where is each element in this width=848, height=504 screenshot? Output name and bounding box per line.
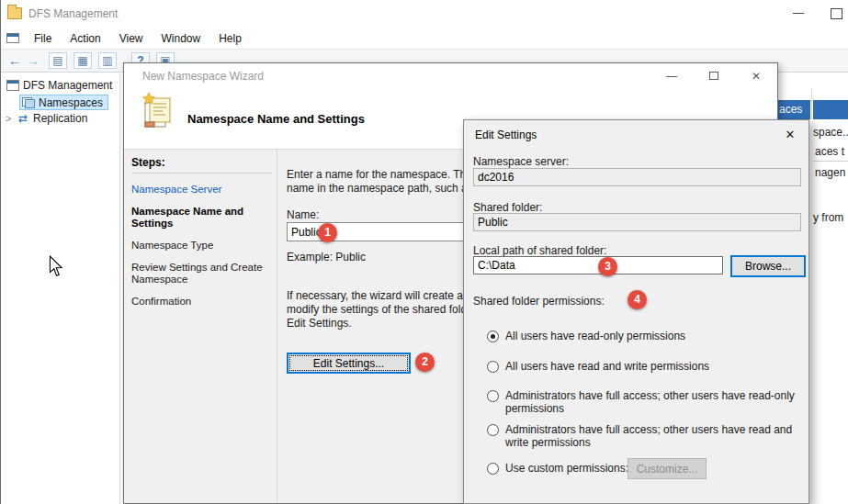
radio-selected-icon[interactable]: [487, 330, 499, 342]
replication-icon: ⇄: [17, 112, 29, 125]
minimize-icon[interactable]: —: [784, 2, 813, 24]
console-window-icon: [6, 33, 19, 43]
customize-button: Customize...: [628, 458, 707, 479]
app-icon: [7, 7, 22, 19]
step-badge-1: 1: [318, 223, 337, 242]
radio-icon[interactable]: [487, 463, 499, 475]
dialog-title: Edit Settings: [475, 129, 537, 141]
console-tree-icon[interactable]: ▦: [73, 52, 92, 69]
truncated-text: space...: [813, 126, 848, 139]
actions-header-highlight: [813, 100, 848, 119]
dialog-close-icon[interactable]: ✕: [779, 124, 801, 146]
step-namespace-type: Namespace Type: [131, 240, 274, 252]
radio-read-write-permissions[interactable]: All users have read and write permission…: [487, 361, 804, 373]
tree-item-dfs-management[interactable]: DFS Management: [1, 77, 119, 94]
console-root-icon: [6, 80, 19, 91]
browse-button[interactable]: Browse...: [730, 255, 806, 277]
edit-settings-button[interactable]: Edit Settings...: [287, 353, 411, 374]
maximize-icon[interactable]: [831, 8, 848, 18]
window-title: DFS Management: [28, 7, 118, 20]
truncated-text: aces t: [815, 145, 844, 158]
properties-icon[interactable]: ▥: [98, 52, 117, 69]
permissions-label: Shared folder permissions:: [473, 295, 605, 308]
menubar: File Action View Window Help: [1, 28, 848, 49]
menu-window[interactable]: Window: [153, 29, 210, 48]
step-badge-4: 4: [628, 290, 647, 309]
example-text: Example: Public: [287, 251, 366, 263]
wizard-title: New Namespace Wizard: [142, 70, 264, 83]
menu-help[interactable]: Help: [209, 29, 251, 48]
intro-paragraph: Enter a name for the namespace. This na …: [287, 168, 490, 196]
step-badge-3: 3: [598, 257, 617, 276]
wizard-close-icon[interactable]: ✕: [735, 63, 777, 89]
step-namespace-server[interactable]: Namespace Server: [131, 184, 274, 196]
wizard-minimize-icon[interactable]: —: [650, 63, 693, 89]
step-badge-2: 2: [415, 353, 435, 372]
export-list-icon[interactable]: ▤: [49, 52, 67, 69]
tree-item-label: Namespaces: [39, 96, 103, 109]
wizard-page-title: Namespace Name and Settings: [187, 112, 365, 126]
intro-line-1: Enter a name for the namespace. This na: [287, 168, 490, 182]
steps-rule: [131, 173, 272, 174]
step-namespace-name-and-settings: Namespace Name and Settings: [131, 206, 274, 230]
back-icon[interactable]: ←: [6, 51, 24, 70]
steps-panel: Steps: Namespace Server Namespace Name a…: [124, 150, 277, 503]
radio-icon[interactable]: [487, 361, 499, 373]
local-path-label: Local path of shared folder:: [473, 244, 606, 257]
radio-admin-full-users-read-write[interactable]: Administrators have full access; other u…: [487, 424, 804, 449]
mouse-cursor: [49, 255, 63, 277]
wizard-window-controls: — ✕: [650, 63, 777, 89]
namespace-server-input: [473, 168, 801, 186]
screen: DFS Management — File Action View Window…: [0, 0, 848, 504]
radio-label: All users have read and write permission…: [505, 360, 804, 373]
console-tree-panel: DFS Management Namespaces > ⇄ Replicatio…: [1, 73, 120, 504]
radio-icon[interactable]: [487, 424, 499, 436]
shared-folder-label: Shared folder:: [473, 201, 542, 214]
intro-line-2: name in the namespace path, such as \\: [287, 182, 490, 196]
steps-heading: Steps:: [131, 156, 274, 169]
radio-icon[interactable]: [487, 390, 499, 402]
step-confirmation: Confirmation: [131, 296, 274, 308]
radio-label: Administrators have full access; other u…: [505, 423, 804, 449]
wizard-titlebar: New Namespace Wizard — ✕: [124, 63, 777, 89]
truncated-text: y from: [813, 211, 843, 224]
step-review-settings: Review Settings and Create Namespace: [131, 262, 274, 286]
menu-view[interactable]: View: [110, 29, 153, 48]
details-header-highlight: aces: [778, 100, 810, 119]
tree-item-label: DFS Management: [23, 79, 112, 92]
truncated-text: nagen: [815, 166, 845, 179]
name-label: Name:: [287, 208, 319, 221]
namespace-server-label: Namespace server:: [473, 155, 569, 168]
main-titlebar: DFS Management —: [1, 0, 848, 28]
actions-section-rule: [813, 161, 848, 162]
edit-settings-dialog: Edit Settings ✕ Namespace server: Shared…: [463, 119, 809, 504]
tree-item-label: Replication: [33, 112, 87, 125]
wizard-maximize-icon[interactable]: [693, 63, 735, 89]
truncated-header-text: aces: [779, 103, 802, 116]
radio-admin-full-users-read-only[interactable]: Administrators have full access; other u…: [487, 390, 804, 415]
namespaces-icon: [22, 97, 35, 108]
shared-folder-input: [473, 213, 801, 231]
radio-read-only-permissions[interactable]: All users have read-only permissions: [487, 330, 804, 342]
radio-label: Administrators have full access; other u…: [505, 389, 804, 415]
wizard-page-icon: [138, 92, 176, 130]
menu-file[interactable]: File: [25, 29, 61, 48]
menu-action[interactable]: Action: [61, 29, 109, 48]
chevron-right-icon[interactable]: >: [6, 113, 13, 124]
tree-item-namespaces[interactable]: Namespaces: [19, 95, 108, 110]
radio-label: All users have read-only permissions: [505, 330, 804, 342]
pane-divider: [811, 88, 812, 119]
tree-item-replication[interactable]: > ⇄ Replication: [1, 110, 119, 127]
forward-icon[interactable]: →: [24, 51, 42, 70]
